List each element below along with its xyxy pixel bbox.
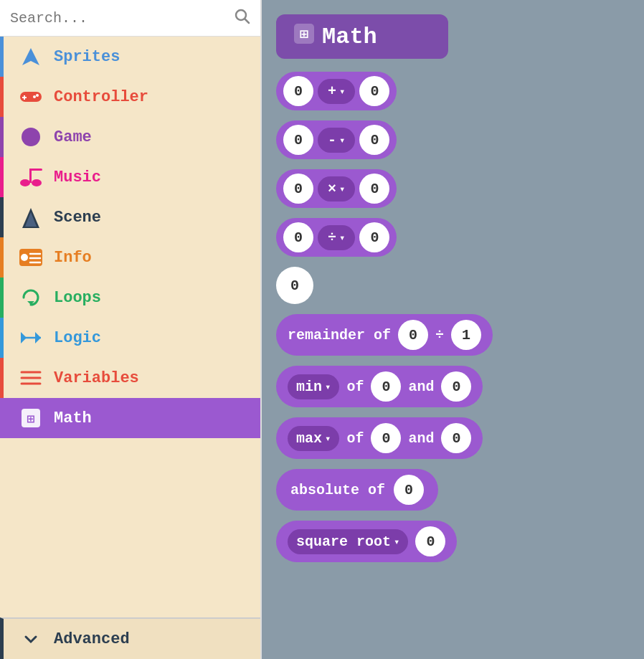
svg-point-6 (33, 95, 36, 98)
search-container (0, 0, 260, 37)
standalone-block-row: 0 (276, 267, 630, 304)
music-icon (18, 164, 44, 190)
add-block-row: 0 + ▾ 0 (276, 72, 630, 110)
sidebar-item-label-controller: Controller (54, 88, 148, 106)
math-header-icon: ⊞ (293, 23, 315, 50)
max-func-btn[interactable]: max ▾ (288, 426, 339, 451)
divide-block[interactable]: 0 ÷ ▾ 0 (276, 218, 397, 257)
sidebar-item-game[interactable]: Game (0, 117, 260, 157)
svg-point-9 (20, 179, 30, 186)
svg-rect-5 (22, 97, 27, 98)
svg-point-8 (22, 128, 40, 146)
sidebar-item-loops[interactable]: Loops (0, 278, 260, 318)
max-left-value[interactable]: 0 (371, 423, 401, 453)
sqroot-func-btn[interactable]: square root ▾ (288, 529, 408, 554)
sidebar-item-scene[interactable]: Scene (0, 197, 260, 237)
subtract-block-row: 0 - ▾ 0 (276, 120, 630, 159)
min-right-value[interactable]: 0 (441, 371, 471, 402)
absolute-value[interactable]: 0 (394, 475, 424, 505)
sidebar-item-label-game: Game (54, 128, 92, 146)
sidebar-item-label-logic: Logic (54, 329, 101, 347)
min-and-label: and (408, 379, 434, 395)
remainder-block-row: remainder of 0 ÷ 1 (276, 314, 630, 356)
subtract-right-value[interactable]: 0 (359, 125, 389, 155)
divide-operator-btn[interactable]: ÷ ▾ (318, 225, 355, 250)
divide-block-row: 0 ÷ ▾ 0 (276, 218, 630, 257)
sidebar-item-music[interactable]: Music (0, 157, 260, 197)
advanced-chevron-icon (18, 626, 44, 652)
sprites-icon (18, 44, 44, 70)
min-block-row: min ▾ of 0 and 0 (276, 366, 630, 407)
min-of-label: of (346, 379, 364, 395)
multiply-operator-btn[interactable]: × ▾ (318, 176, 355, 202)
sidebar-item-logic[interactable]: Logic (0, 318, 260, 358)
loops-icon (18, 285, 44, 310)
remainder-left-value[interactable]: 0 (398, 320, 428, 350)
max-right-value[interactable]: 0 (441, 423, 471, 453)
logic-icon (18, 325, 44, 351)
game-icon (18, 124, 44, 150)
math-header-block: ⊞ Math (276, 14, 448, 59)
sidebar-item-variables[interactable]: Variables (0, 358, 260, 398)
add-left-value[interactable]: 0 (283, 76, 313, 106)
sidebar-item-label-math: Math (54, 409, 92, 427)
controller-icon (18, 84, 44, 110)
max-block[interactable]: max ▾ of 0 and 0 (276, 417, 483, 459)
divide-right-value[interactable]: 0 (359, 222, 389, 252)
add-right-value[interactable]: 0 (359, 76, 389, 106)
search-icon (233, 7, 250, 29)
sidebar-item-label-info: Info (54, 249, 92, 267)
sidebar-item-controller[interactable]: Controller (0, 77, 260, 117)
svg-point-7 (36, 94, 39, 97)
max-of-label: of (346, 430, 364, 447)
subtract-dropdown-arrow: ▾ (339, 134, 345, 146)
absolute-block[interactable]: absolute of 0 (276, 469, 438, 511)
add-operator-btn[interactable]: + ▾ (318, 79, 355, 104)
math-header-title: Math (322, 24, 377, 50)
subtract-block[interactable]: 0 - ▾ 0 (276, 120, 397, 159)
sidebar-item-label-loops: Loops (54, 289, 101, 307)
min-left-value[interactable]: 0 (371, 371, 401, 402)
math-icon: ⊞ (18, 405, 44, 431)
subtract-left-value[interactable]: 0 (283, 125, 313, 155)
sidebar-item-label-scene: Scene (54, 209, 101, 227)
add-dropdown-arrow: ▾ (339, 85, 345, 98)
absolute-label: absolute of (290, 482, 385, 498)
svg-text:⊞: ⊞ (27, 412, 35, 427)
sqroot-block[interactable]: square root ▾ 0 (276, 521, 457, 562)
remainder-block[interactable]: remainder of 0 ÷ 1 (276, 314, 493, 356)
divide-left-value[interactable]: 0 (283, 222, 313, 252)
remainder-label: remainder of (288, 327, 391, 343)
standalone-value[interactable]: 0 (276, 267, 313, 304)
min-dropdown-arrow: ▾ (325, 381, 331, 393)
sidebar-item-sprites[interactable]: Sprites (0, 37, 260, 77)
sidebar-item-math[interactable]: ⊞ Math (0, 398, 260, 438)
max-block-row: max ▾ of 0 and 0 (276, 417, 630, 459)
remainder-right-value[interactable]: 1 (451, 320, 481, 350)
add-block[interactable]: 0 + ▾ 0 (276, 72, 397, 110)
sidebar-item-info[interactable]: Info (0, 237, 260, 278)
sidebar-item-label-variables: Variables (54, 369, 139, 387)
multiply-block[interactable]: 0 × ▾ 0 (276, 169, 397, 208)
svg-point-10 (32, 179, 42, 186)
sidebar-item-advanced[interactable]: Advanced (0, 617, 260, 659)
min-func-btn[interactable]: min ▾ (288, 374, 339, 399)
sqroot-value[interactable]: 0 (415, 526, 445, 556)
sqroot-block-row: square root ▾ 0 (276, 521, 630, 562)
info-icon (18, 245, 44, 270)
svg-point-16 (21, 254, 28, 261)
sqroot-dropdown-arrow: ▾ (394, 536, 399, 548)
subtract-operator-btn[interactable]: - ▾ (318, 128, 355, 153)
sidebar: Sprites Controller Game (0, 0, 262, 659)
min-block[interactable]: min ▾ of 0 and 0 (276, 366, 483, 407)
main-content: ⊞ Math 0 + ▾ 0 0 - ▾ 0 0 (262, 0, 644, 659)
multiply-left-value[interactable]: 0 (283, 174, 313, 204)
variables-icon (18, 365, 44, 391)
sidebar-item-label-music: Music (54, 169, 101, 186)
remainder-op: ÷ (435, 327, 444, 343)
svg-marker-2 (22, 48, 39, 65)
svg-text:⊞: ⊞ (300, 27, 308, 43)
multiply-right-value[interactable]: 0 (359, 174, 389, 204)
svg-rect-12 (29, 169, 42, 171)
search-input[interactable] (10, 10, 233, 27)
